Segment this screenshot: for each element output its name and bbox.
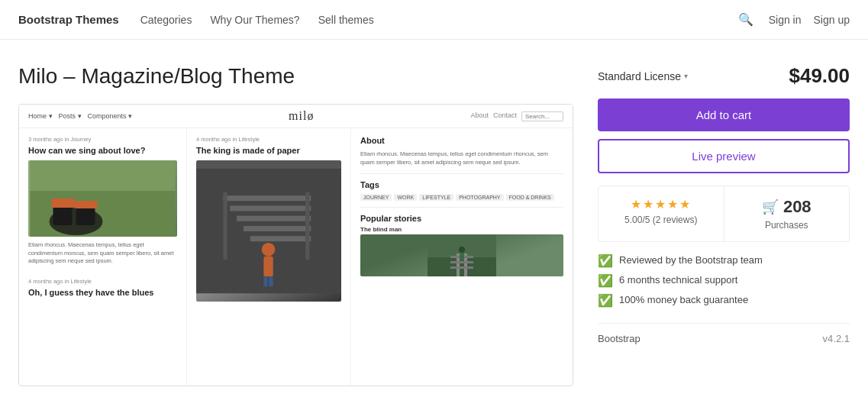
add-to-cart-button[interactable]: Add to cart (598, 98, 850, 131)
preview-frame: Home ▾ Posts ▾ Components ▾ milø About C… (18, 104, 573, 386)
about-text: Etiam rhoncus. Maecenas tempus, tellus e… (360, 150, 563, 167)
tags-title: Tags (360, 180, 563, 189)
license-price-row: Standard License ▾ $49.00 (598, 64, 850, 88)
right-column: Standard License ▾ $49.00 Add to cart Li… (598, 64, 850, 386)
stats-row: ★★★★★ 5.00/5 (2 reviews) 🛒 208 Purchases (598, 186, 850, 242)
svg-rect-9 (230, 206, 311, 211)
popular-title: Popular stories (360, 214, 563, 223)
svg-point-26 (459, 247, 465, 253)
svg-rect-14 (305, 192, 309, 260)
theme-nav: Home ▾ Posts ▾ Components ▾ milø About C… (19, 105, 573, 128)
svg-rect-18 (269, 276, 273, 286)
svg-rect-17 (263, 276, 267, 286)
article3-meta: 4 months ago in Lifestyle (28, 278, 177, 285)
navbar-brand[interactable]: Bootstrap Themes (18, 13, 119, 26)
article2-title: The king is made of paper (196, 145, 341, 156)
cart-icon: 🛒 (762, 199, 779, 215)
license-select[interactable]: Standard License ▾ (598, 70, 688, 82)
svg-rect-12 (250, 236, 311, 241)
article2-image (196, 160, 341, 302)
svg-rect-25 (450, 266, 473, 269)
article1-title: How can we sing about love? (28, 145, 177, 156)
tag-lifestyle[interactable]: LIFESTYLE (419, 194, 453, 201)
tag-photography[interactable]: PHOTOGRAPHY (456, 194, 503, 201)
sign-in-link[interactable]: Sign in (769, 14, 802, 26)
theme-nav-components[interactable]: Components ▾ (88, 112, 133, 120)
nav-why[interactable]: Why Our Themes? (210, 14, 299, 26)
search-icon-button[interactable]: 🔍 (738, 12, 753, 27)
about-title: About (360, 136, 563, 145)
tag-food[interactable]: FOOD & DRINKS (506, 194, 554, 201)
purchases-box: 🛒 208 Purchases (724, 186, 850, 241)
theme-nav-links: Home ▾ Posts ▾ Components ▾ (28, 112, 132, 120)
article3-title: Oh, I guess they have the blues (28, 287, 177, 298)
tags-section: Tags JOURNEY WORK LIFESTYLE PHOTOGRAPHY … (360, 180, 563, 201)
svg-rect-24 (450, 261, 473, 263)
tags-list: JOURNEY WORK LIFESTYLE PHOTOGRAPHY FOOD … (360, 194, 563, 201)
sidebar-top: Standard License ▾ $49.00 Add to cart Li… (598, 64, 850, 173)
theme-content: 3 months ago in Journey How can we sing … (19, 128, 573, 386)
tag-work[interactable]: WORK (394, 194, 417, 201)
features-list: ✅ Reviewed by the Bootstrap team ✅ 6 mon… (598, 254, 850, 308)
rating-box: ★★★★★ 5.00/5 (2 reviews) (599, 186, 724, 241)
bootstrap-row: Bootstrap v4.2.1 (598, 323, 850, 344)
feature-3-text: 100% money back guarantee (619, 294, 748, 305)
nav-categories[interactable]: Categories (140, 14, 192, 26)
check-icon-3: ✅ (598, 293, 613, 308)
navbar: Bootstrap Themes Categories Why Our Them… (0, 0, 868, 40)
svg-rect-27 (460, 253, 464, 260)
feature-1: ✅ Reviewed by the Bootstrap team (598, 254, 850, 268)
tag-journey[interactable]: JOURNEY (360, 194, 392, 201)
feature-2-text: 6 months technical support (619, 274, 737, 286)
bootstrap-label: Bootstrap (598, 333, 641, 344)
theme-col-left: 3 months ago in Journey How can we sing … (19, 128, 187, 386)
nav-sell[interactable]: Sell themes (318, 14, 374, 26)
svg-rect-10 (237, 216, 311, 221)
bootstrap-version: v4.2.1 (823, 333, 850, 344)
feature-2: ✅ 6 months technical support (598, 274, 850, 288)
theme-col-right: About Etiam rhoncus. Maecenas tempus, te… (351, 128, 573, 386)
left-column: Milo – Magazine/Blog Theme Home ▾ Posts … (18, 64, 573, 386)
live-preview-button[interactable]: Live preview (598, 139, 850, 173)
popular-image (360, 234, 563, 276)
theme-contact-link[interactable]: Contact (493, 111, 517, 121)
page-title: Milo – Magazine/Blog Theme (18, 64, 573, 89)
svg-rect-11 (244, 226, 311, 231)
svg-rect-1 (31, 191, 176, 237)
navbar-links: Categories Why Our Themes? Sell themes (140, 14, 374, 26)
navbar-right: 🔍 Sign in Sign up (738, 12, 850, 27)
check-icon-1: ✅ (598, 253, 613, 268)
svg-rect-13 (223, 192, 227, 260)
page-container: Milo – Magazine/Blog Theme Home ▾ Posts … (0, 40, 868, 405)
license-label: Standard License (598, 70, 681, 82)
svg-rect-8 (223, 195, 311, 201)
article1-meta: 3 months ago in Journey (28, 136, 177, 143)
theme-search-input[interactable] (521, 111, 563, 121)
article2-meta: 4 months ago in Lifestyle (196, 136, 341, 143)
theme-nav-right: About Contact (470, 111, 563, 121)
price: $49.00 (789, 64, 850, 88)
nav-auth: Sign in Sign up (769, 14, 850, 26)
theme-col-mid: 4 months ago in Lifestyle The king is ma… (187, 128, 351, 386)
svg-point-15 (262, 243, 276, 257)
purchases-number: 208 (783, 197, 812, 217)
feature-1-text: Reviewed by the Bootstrap team (619, 254, 763, 266)
article1-image (28, 160, 177, 237)
article1-text: Etiam rhoncus. Maecenas tempus, tellus e… (28, 241, 177, 266)
theme-brand: milø (289, 109, 314, 123)
popular-item-title: The blind man (360, 226, 563, 233)
svg-rect-6 (75, 201, 98, 208)
svg-rect-16 (263, 257, 273, 277)
stars: ★★★★★ (608, 197, 715, 211)
check-icon-2: ✅ (598, 273, 613, 288)
theme-about-link[interactable]: About (470, 111, 489, 121)
purchases-label: Purchases (734, 220, 841, 231)
feature-3: ✅ 100% money back guarantee (598, 294, 850, 308)
chevron-down-icon: ▾ (684, 72, 688, 80)
sign-up-link[interactable]: Sign up (814, 14, 850, 26)
theme-nav-home[interactable]: Home ▾ (28, 112, 53, 120)
svg-rect-5 (52, 199, 75, 208)
theme-nav-posts[interactable]: Posts ▾ (59, 112, 82, 120)
purchases-count: 🛒 208 (734, 197, 841, 217)
rating-label: 5.00/5 (2 reviews) (608, 215, 715, 225)
